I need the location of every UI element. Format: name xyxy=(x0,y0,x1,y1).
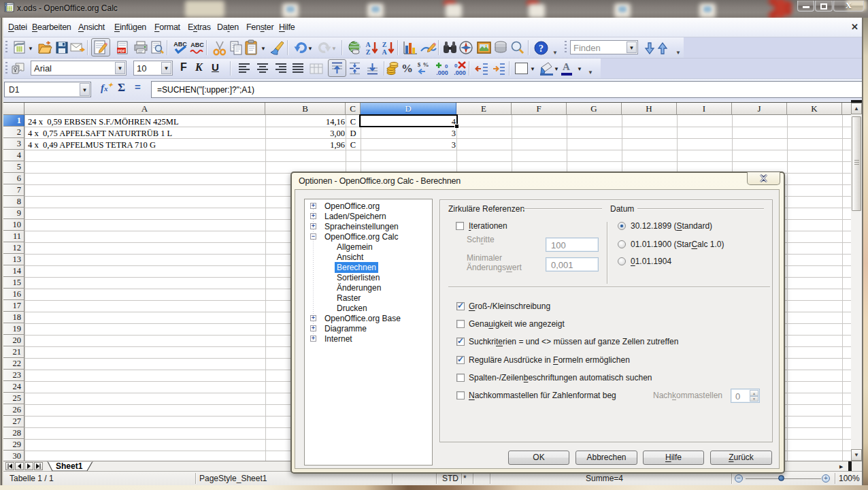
svg-text:PDF: PDF xyxy=(118,49,126,53)
svg-text:$: $ xyxy=(418,61,421,68)
svg-text:0: 0 xyxy=(445,63,448,69)
svg-text:ABC: ABC xyxy=(190,42,204,48)
svg-text:A: A xyxy=(382,48,387,56)
svg-text:%: % xyxy=(423,61,429,68)
svg-text:0: 0 xyxy=(454,63,458,69)
svg-text:?: ? xyxy=(539,44,544,54)
svg-text:Z: Z xyxy=(382,41,387,48)
svg-text:Z: Z xyxy=(366,48,371,56)
svg-text:A: A xyxy=(365,41,371,48)
svg-text:.000: .000 xyxy=(454,69,466,76)
svg-text:.000: .000 xyxy=(436,69,448,76)
